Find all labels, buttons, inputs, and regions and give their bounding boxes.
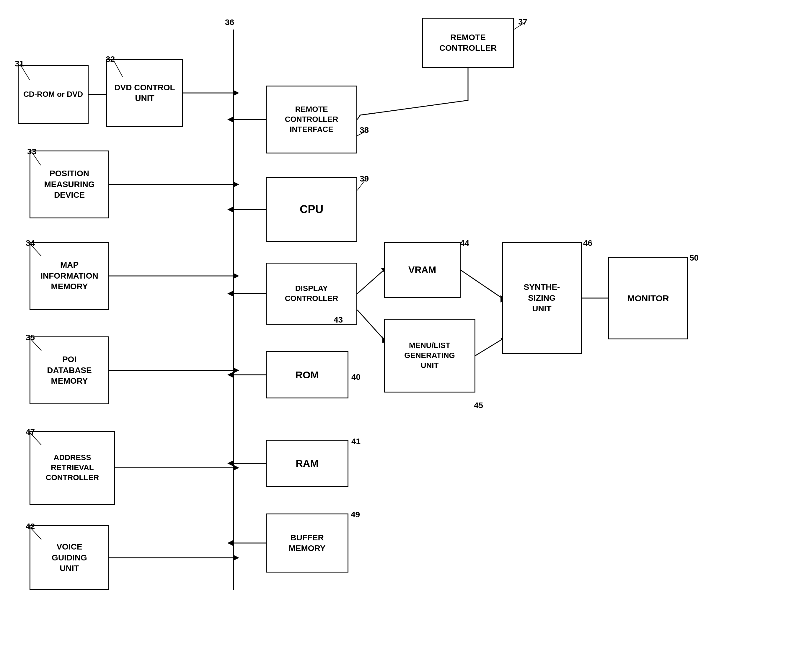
label-40: 40	[351, 372, 360, 382]
monitor-box: MONITOR	[608, 257, 688, 339]
svg-marker-27	[227, 207, 233, 213]
display-controller-box: DISPLAYCONTROLLER	[266, 263, 357, 325]
label-37: 37	[518, 17, 528, 27]
label-50: 50	[689, 253, 698, 263]
label-34: 34	[26, 238, 35, 248]
buffer-memory-box: BUFFERMEMORY	[266, 514, 348, 572]
svg-marker-30	[227, 291, 233, 296]
label-39: 39	[360, 174, 369, 184]
svg-line-41	[357, 270, 384, 294]
cpu-box: CPU	[266, 177, 357, 242]
label-33: 33	[27, 147, 36, 156]
svg-line-43	[461, 270, 502, 298]
label-43: 43	[334, 315, 343, 325]
svg-marker-24	[227, 117, 233, 123]
label-35: 35	[26, 333, 35, 342]
map-info-box: MAPINFORMATIONMEMORY	[30, 242, 109, 310]
synth-box: SYNTHE-SIZINGUNIT	[502, 242, 582, 354]
menu-list-box: MENU/LISTGENERATINGUNIT	[384, 319, 476, 393]
label-38: 38	[360, 125, 369, 135]
ram-box: RAM	[266, 440, 348, 487]
remote-controller-box: REMOTECONTROLLER	[422, 18, 514, 68]
label-36: 36	[225, 18, 234, 27]
svg-marker-33	[227, 372, 233, 378]
label-47: 47	[26, 427, 35, 437]
rom-box: ROM	[266, 351, 348, 399]
dvd-control-box: DVD CONTROL UNIT	[106, 59, 183, 127]
voice-guiding-box: VOICEGUIDINGUNIT	[30, 525, 109, 590]
label-32: 32	[106, 55, 115, 64]
address-retrieval-box: ADDRESSRETRIEVALCONTROLLER	[30, 431, 115, 504]
label-45: 45	[474, 401, 483, 410]
svg-marker-5	[233, 90, 239, 96]
label-41: 41	[351, 437, 360, 446]
svg-marker-17	[233, 465, 239, 471]
label-31: 31	[15, 59, 24, 68]
svg-line-45	[357, 310, 384, 339]
poi-db-box: POIDATABASEMEMORY	[30, 336, 109, 404]
position-measuring-box: POSITIONMEASURINGDEVICE	[30, 150, 109, 218]
diagram: CD-ROM or DVD DVD CONTROL UNIT POSITIONM…	[0, 0, 812, 659]
vram-box: VRAM	[384, 242, 461, 298]
label-42: 42	[26, 522, 35, 531]
svg-marker-20	[233, 555, 239, 561]
label-49: 49	[351, 510, 360, 519]
svg-marker-39	[227, 540, 233, 546]
svg-line-47	[476, 339, 502, 356]
svg-marker-36	[227, 460, 233, 466]
label-44: 44	[460, 238, 469, 248]
rci-box: REMOTECONTROLLERINTERFACE	[266, 85, 357, 153]
cdrom-box: CD-ROM or DVD	[18, 65, 88, 124]
svg-marker-8	[233, 181, 239, 188]
svg-marker-14	[233, 367, 239, 373]
label-46: 46	[583, 238, 592, 248]
svg-marker-11	[233, 273, 239, 279]
